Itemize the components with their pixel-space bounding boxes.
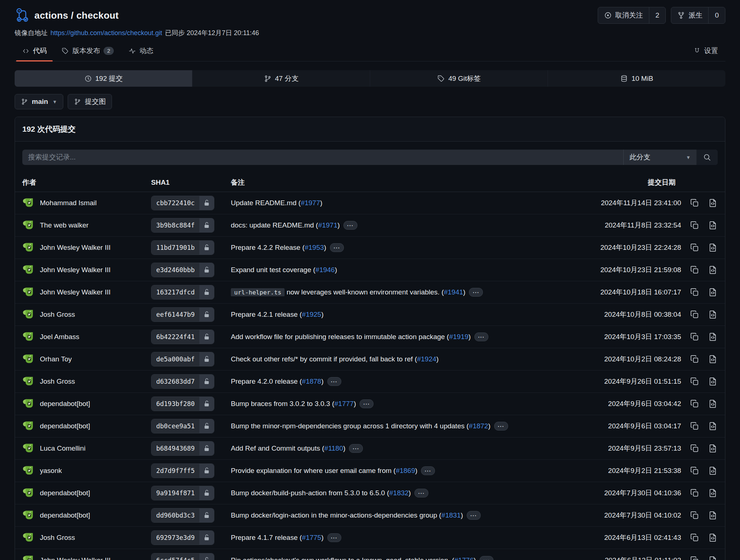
- pr-number-link[interactable]: #1977: [301, 199, 320, 207]
- commit-sha-badge[interactable]: 6d193bf280: [151, 396, 214, 411]
- pr-number-link[interactable]: #1775: [302, 534, 321, 541]
- pr-number-link[interactable]: #1777: [334, 400, 354, 407]
- expand-message-button[interactable]: ···: [494, 422, 508, 431]
- browse-source-button[interactable]: [708, 421, 718, 431]
- commit-graph-button[interactable]: 提交图: [68, 94, 112, 109]
- commit-author-name[interactable]: Joel Ambass: [40, 333, 79, 341]
- commit-author-name[interactable]: Josh Gross: [40, 377, 75, 386]
- tab-code[interactable]: 代码: [15, 42, 54, 61]
- expand-message-button[interactable]: ···: [330, 243, 344, 252]
- commit-sha-badge[interactable]: 2d7d9f7ff5: [151, 463, 214, 478]
- watchers-count[interactable]: 2: [649, 7, 666, 23]
- browse-source-button[interactable]: [708, 533, 718, 542]
- branch-selector[interactable]: main ▼: [15, 94, 63, 109]
- commit-sha-badge[interactable]: cbb722410c: [151, 196, 214, 210]
- browse-source-button[interactable]: [708, 221, 718, 230]
- pr-number-link[interactable]: #1869: [396, 467, 415, 474]
- commit-author-name[interactable]: dependabot[bot]: [40, 422, 90, 430]
- copy-sha-button[interactable]: [690, 488, 699, 498]
- copy-sha-button[interactable]: [690, 332, 699, 342]
- stat-commits[interactable]: 192 提交: [15, 70, 192, 87]
- commit-sha-badge[interactable]: 3b9b8c884f: [151, 218, 214, 233]
- expand-message-button[interactable]: ···: [327, 377, 341, 386]
- commit-author-name[interactable]: John Wesley Walker III: [40, 244, 110, 252]
- commit-sha-badge[interactable]: 11bd71901b: [151, 240, 214, 255]
- commit-author-name[interactable]: dependabot[bot]: [40, 489, 90, 497]
- expand-message-button[interactable]: ···: [467, 511, 481, 520]
- search-input[interactable]: [22, 150, 623, 165]
- browse-source-button[interactable]: [708, 265, 718, 275]
- browse-source-button[interactable]: [708, 198, 718, 208]
- commit-author-name[interactable]: Josh Gross: [40, 534, 75, 542]
- commit-author-name[interactable]: dependabot[bot]: [40, 400, 90, 408]
- browse-source-button[interactable]: [708, 399, 718, 409]
- copy-sha-button[interactable]: [690, 243, 699, 252]
- copy-sha-button[interactable]: [690, 221, 699, 230]
- expand-message-button[interactable]: ···: [349, 444, 363, 453]
- expand-message-button[interactable]: ···: [360, 399, 373, 408]
- pr-number-link[interactable]: #1971: [318, 221, 338, 229]
- branch-scope-select[interactable]: 此分支 ▼: [623, 150, 696, 165]
- commit-sha-badge[interactable]: b684943689: [151, 441, 214, 456]
- commit-sha-badge[interactable]: 6ccd57f4c5: [151, 553, 214, 560]
- stat-tags[interactable]: 49 Git标签: [370, 70, 548, 87]
- pr-number-link[interactable]: #1946: [315, 266, 335, 274]
- expand-message-button[interactable]: ···: [414, 489, 428, 497]
- copy-sha-button[interactable]: [690, 533, 699, 542]
- commit-author-name[interactable]: Mohammad Ismail: [40, 199, 97, 207]
- copy-sha-button[interactable]: [690, 556, 699, 560]
- browse-source-button[interactable]: [708, 243, 718, 252]
- commit-author-name[interactable]: dependabot[bot]: [40, 511, 90, 519]
- pr-number-link[interactable]: #1919: [449, 333, 469, 341]
- expand-message-button[interactable]: ···: [421, 466, 435, 475]
- copy-sha-button[interactable]: [690, 354, 699, 364]
- commit-author-name[interactable]: Luca Comellini: [40, 444, 86, 452]
- tab-releases[interactable]: 版本发布 2: [54, 42, 121, 61]
- commit-sha-badge[interactable]: dd960bd3c3: [151, 508, 214, 523]
- browse-source-button[interactable]: [708, 354, 718, 364]
- commit-author-name[interactable]: John Wesley Walker III: [40, 288, 110, 296]
- stat-size[interactable]: 10 MiB: [548, 70, 725, 87]
- pr-number-link[interactable]: #1941: [444, 288, 463, 296]
- browse-source-button[interactable]: [708, 377, 718, 386]
- commit-sha-badge[interactable]: 9a9194f871: [151, 486, 214, 500]
- browse-source-button[interactable]: [708, 310, 718, 319]
- copy-sha-button[interactable]: [690, 287, 699, 297]
- pr-number-link[interactable]: #1180: [324, 444, 343, 452]
- commit-author-name[interactable]: John Wesley Walker III: [40, 266, 110, 274]
- expand-message-button[interactable]: ···: [480, 556, 493, 560]
- browse-source-button[interactable]: [708, 466, 718, 476]
- commit-author-name[interactable]: John Wesley Walker III: [40, 556, 110, 560]
- expand-message-button[interactable]: ···: [343, 221, 357, 230]
- tab-settings[interactable]: 设置: [686, 42, 725, 61]
- pr-number-link[interactable]: #1924: [417, 355, 436, 363]
- expand-message-button[interactable]: ···: [474, 332, 488, 341]
- commit-sha-badge[interactable]: 163217dfcd: [151, 285, 214, 300]
- commit-author-name[interactable]: yasonk: [40, 467, 62, 475]
- expand-message-button[interactable]: ···: [469, 288, 483, 297]
- pr-number-link[interactable]: #1776: [454, 556, 474, 560]
- copy-sha-button[interactable]: [690, 421, 699, 431]
- commit-sha-badge[interactable]: 6b42224f41: [151, 330, 214, 344]
- fork-button[interactable]: 派生 0: [671, 7, 725, 24]
- commit-sha-badge[interactable]: db0cee9a51: [151, 419, 214, 433]
- tab-activity[interactable]: 动态: [121, 42, 161, 61]
- commit-sha-badge[interactable]: eef61447b9: [151, 307, 214, 322]
- copy-sha-button[interactable]: [690, 511, 699, 520]
- copy-sha-button[interactable]: [690, 310, 699, 319]
- unwatch-button[interactable]: 取消关注 2: [598, 7, 666, 24]
- search-button[interactable]: [696, 150, 718, 165]
- pr-number-link[interactable]: #1925: [302, 311, 321, 318]
- copy-sha-button[interactable]: [690, 198, 699, 208]
- pr-number-link[interactable]: #1878: [302, 377, 321, 385]
- copy-sha-button[interactable]: [690, 466, 699, 476]
- commit-author-name[interactable]: The web walker: [40, 221, 89, 229]
- copy-sha-button[interactable]: [690, 265, 699, 275]
- commit-sha-badge[interactable]: 692973e3d9: [151, 530, 214, 545]
- pr-number-link[interactable]: #1832: [389, 489, 409, 497]
- pr-number-link[interactable]: #1953: [305, 244, 324, 251]
- expand-message-button[interactable]: ···: [327, 533, 341, 542]
- pr-number-link[interactable]: #1831: [442, 511, 461, 519]
- copy-sha-button[interactable]: [690, 399, 699, 409]
- browse-source-button[interactable]: [708, 332, 718, 342]
